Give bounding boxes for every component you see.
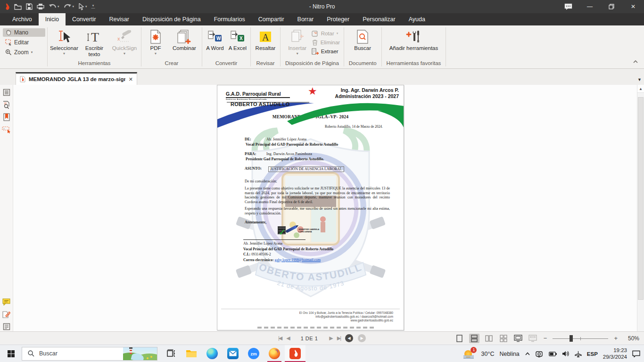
battery-icon[interactable]	[549, 352, 557, 356]
file-explorer-button[interactable]	[181, 345, 202, 362]
news-weather-widget[interactable]	[123, 347, 157, 360]
feedback-icon[interactable]	[557, 0, 579, 13]
hidden-icons-chevron-icon[interactable]	[525, 352, 530, 356]
hand-tool-button[interactable]: Mano	[3, 28, 45, 37]
view-history-back-button[interactable]: ◀	[345, 334, 353, 342]
extraer-button[interactable]: Extraer	[312, 48, 340, 55]
clock[interactable]: 19:23 29/3/2024	[603, 347, 627, 360]
a-excel-button[interactable]: X A Excel	[227, 26, 248, 51]
attachments-panel-icon[interactable]	[2, 310, 11, 319]
fullscreen-view-icon[interactable]	[513, 334, 523, 343]
vertical-scrollbar[interactable]: ▲	[637, 85, 644, 331]
signature-panel-icon[interactable]: x	[2, 124, 11, 134]
tab-compartir[interactable]: Compartir	[252, 13, 291, 25]
last-page-button[interactable]: ▶|	[337, 335, 340, 341]
print-button[interactable]	[37, 3, 44, 10]
undo-dropdown-caret[interactable]: ▾	[58, 5, 59, 8]
tab-disposicion[interactable]: Disposición de Página	[136, 13, 207, 25]
escribir-texto-button[interactable]: T Escribir texto	[80, 26, 109, 57]
view-history-forward-button[interactable]: ▶	[358, 334, 366, 342]
language-indicator[interactable]: ESP	[587, 351, 598, 357]
open-file-button[interactable]	[14, 4, 22, 10]
document-tab[interactable]: MEMORANDO JGLA 13 de marzo-signed ✕	[16, 72, 137, 85]
weather-condition[interactable]: Neblina	[499, 351, 519, 357]
anadir-herramientas-button[interactable]: Añadir herramientas	[388, 26, 439, 51]
redo-button[interactable]: ▾	[64, 4, 74, 10]
search-input[interactable]	[39, 350, 105, 357]
edit-tool-button[interactable]: Editar	[3, 38, 45, 47]
pdf-dropdown-caret[interactable]: ▼	[154, 52, 157, 55]
action-center-icon[interactable]	[632, 350, 640, 357]
seleccionar-button[interactable]: Seleccionar ▼	[50, 26, 79, 55]
tab-list-dropdown-icon[interactable]: ▼	[637, 77, 642, 82]
close-document-icon[interactable]: ✕	[129, 76, 133, 82]
signer-email-link[interactable]: gaby.lopez.1998@hotmail.com	[275, 258, 321, 262]
edge-button[interactable]	[202, 345, 223, 362]
facing-pages-view-icon[interactable]	[484, 334, 494, 343]
bookmarks-panel-icon[interactable]	[2, 112, 11, 122]
comments-panel-icon[interactable]	[2, 297, 11, 307]
combinar-button[interactable]: Combinar	[169, 26, 200, 51]
zoom-level[interactable]: 50%	[623, 335, 639, 342]
continuous-view-icon[interactable]	[469, 334, 479, 343]
zoom-out-button[interactable]: −	[542, 335, 549, 342]
undo-button[interactable]: ▾	[49, 4, 59, 10]
airplane-mode-icon[interactable]	[575, 351, 582, 357]
next-page-button[interactable]: ▶	[329, 335, 332, 341]
meet-now-icon[interactable]	[536, 351, 544, 357]
output-panel-icon[interactable]	[2, 322, 11, 331]
taskbar-search[interactable]	[22, 347, 157, 361]
minimize-button[interactable]: —	[579, 0, 601, 13]
search-panel-icon[interactable]	[2, 100, 11, 109]
tab-revisar[interactable]: Revisar	[103, 13, 136, 25]
page-thumbnails-icon[interactable]	[2, 88, 11, 97]
fullscreen-continuous-icon[interactable]	[528, 334, 538, 343]
scrollbar-thumb[interactable]	[638, 97, 644, 300]
previous-page-button[interactable]: ◀	[286, 335, 289, 341]
select-dropdown-caret[interactable]: ▾	[85, 5, 87, 8]
start-button[interactable]	[0, 345, 22, 362]
single-page-view-icon[interactable]	[454, 334, 465, 343]
tab-personalizar[interactable]: Personalizar	[356, 13, 402, 25]
seleccionar-dropdown-caret[interactable]: ▼	[63, 52, 66, 55]
zoom-app-button[interactable]: zm	[243, 345, 264, 362]
nitro-taskbar-button[interactable]	[285, 345, 305, 362]
tab-proteger[interactable]: Proteger	[320, 13, 356, 25]
customize-quick-access-button[interactable]: ▾—	[91, 4, 95, 9]
zoom-dropdown-caret[interactable]: ▾	[31, 50, 33, 54]
eliminar-button[interactable]: Eliminar	[312, 39, 340, 46]
firefox-button[interactable]	[264, 345, 285, 362]
select-tool-button[interactable]: ▾	[78, 3, 87, 10]
mail-button[interactable]	[223, 345, 243, 362]
page-indicator[interactable]: 1 DE 1	[301, 336, 318, 341]
a-word-button[interactable]: W A Word	[204, 26, 226, 51]
buscar-button[interactable]: Buscar	[349, 26, 376, 51]
volume-icon[interactable]	[562, 351, 570, 357]
close-button[interactable]: ✕	[622, 0, 644, 13]
zoom-tool-button[interactable]: Zoom ▾	[3, 48, 45, 57]
zoom-slider-handle[interactable]	[570, 335, 573, 342]
tab-archivo[interactable]: Archivo	[6, 13, 39, 25]
tab-borrar[interactable]: Borrar	[291, 13, 321, 25]
quicksign-button[interactable]: x QuickSign ▼	[110, 26, 139, 55]
task-view-button[interactable]	[160, 345, 181, 362]
rotar-button[interactable]: Rotar ▾	[312, 30, 340, 37]
redo-dropdown-caret[interactable]: ▾	[73, 5, 74, 8]
pdf-page[interactable]: ROBERTO ASTUDILLO 21 de Agosto de 1973 G…	[217, 85, 404, 330]
restore-button[interactable]	[601, 0, 622, 13]
scroll-up-arrow[interactable]: ▲	[637, 85, 644, 93]
pdf-button[interactable]: PDF ▼	[143, 26, 168, 55]
first-page-button[interactable]: |◀	[278, 335, 281, 341]
tab-formularios[interactable]: Formularios	[207, 13, 252, 25]
tab-convertir[interactable]: Convertir	[66, 13, 103, 25]
temperature[interactable]: 30°C	[481, 351, 494, 357]
grid-pages-view-icon[interactable]	[498, 334, 509, 343]
weather-tray-icon[interactable]: 1	[463, 348, 476, 360]
collapse-ribbon-chevron-icon[interactable]	[633, 57, 638, 66]
insertar-button[interactable]: Insertar ▼	[284, 26, 311, 55]
resaltar-button[interactable]: A Resaltar	[253, 26, 278, 51]
zoom-in-button[interactable]: +	[612, 335, 619, 342]
tab-ayuda[interactable]: Ayuda	[402, 13, 432, 25]
save-button[interactable]	[26, 3, 33, 10]
tab-inicio[interactable]: Inicio	[39, 13, 66, 25]
